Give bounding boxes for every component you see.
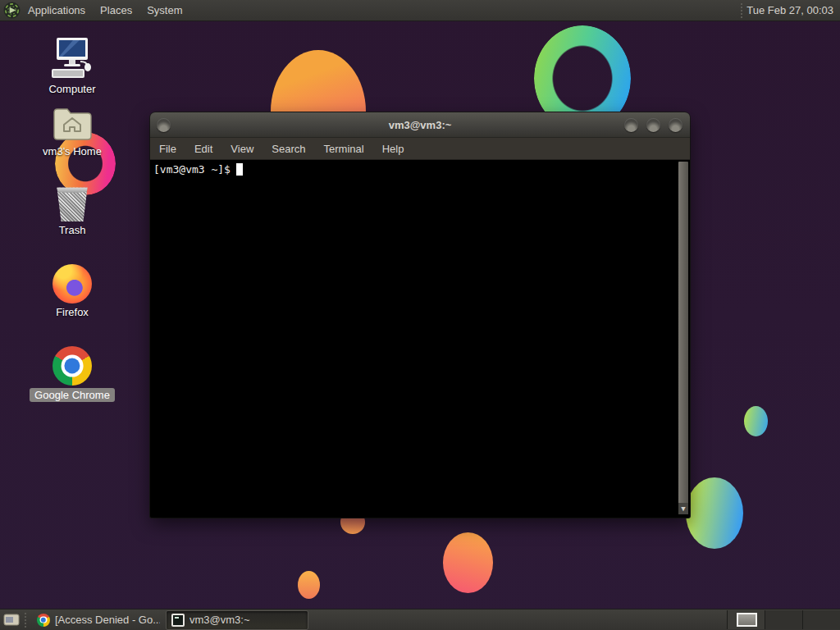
firefox-icon bbox=[52, 264, 92, 304]
window-title: vm3@vm3:~ bbox=[150, 119, 690, 131]
desktop-icon-trash[interactable]: Trash bbox=[27, 185, 117, 236]
desktop-icon-label: Computer bbox=[48, 83, 95, 95]
menu-view[interactable]: View bbox=[221, 138, 262, 159]
desktop-icon-label: Trash bbox=[59, 224, 86, 236]
applet-drag-handle[interactable] bbox=[739, 3, 744, 18]
prompt-line: [vm3@vm3 ~]$ bbox=[153, 163, 243, 176]
terminal-cursor bbox=[236, 163, 243, 176]
shell-prompt: [vm3@vm3 ~]$ bbox=[153, 163, 231, 176]
computer-icon bbox=[48, 36, 96, 80]
window-titlebar[interactable]: vm3@vm3:~ bbox=[150, 112, 690, 138]
bottom-panel: [Access Denied - Go... vm3@vm3:~ bbox=[0, 609, 840, 630]
wallpaper-blob-orange-pink bbox=[443, 532, 493, 593]
workspace-1[interactable] bbox=[727, 610, 765, 629]
wallpaper-blob-big-green-blue bbox=[686, 477, 743, 549]
terminal-icon bbox=[171, 614, 185, 627]
desktop-icon-label: vm3's Home bbox=[43, 145, 102, 158]
menu-search[interactable]: Search bbox=[262, 138, 314, 159]
desktop-icon-label: Firefox bbox=[56, 306, 89, 318]
taskbar-task-terminal[interactable]: vm3@vm3:~ bbox=[167, 611, 308, 629]
workspace-window-preview bbox=[737, 613, 757, 627]
workspace-3[interactable] bbox=[802, 610, 840, 629]
scrollbar[interactable]: ▼ bbox=[678, 162, 688, 514]
terminal-screen[interactable]: [vm3@vm3 ~]$ ▼ bbox=[150, 160, 690, 516]
desktop-icon-label-selected: Google Chrome bbox=[30, 388, 115, 402]
wallpaper-blob-small-green bbox=[744, 406, 768, 436]
taskbar-task-chrome[interactable]: [Access Denied - Go... bbox=[32, 611, 165, 629]
tasklist-drag-handle[interactable] bbox=[23, 613, 28, 628]
terminal-window: vm3@vm3:~ File Edit View Search Terminal… bbox=[150, 112, 690, 518]
top-panel: Applications Places System Tue Feb 27, 0… bbox=[0, 0, 840, 21]
desktop-icon-chrome[interactable]: Google Chrome bbox=[27, 346, 117, 402]
menu-system[interactable]: System bbox=[139, 0, 189, 21]
menu-file[interactable]: File bbox=[150, 138, 185, 159]
desktop-icon-firefox[interactable]: Firefox bbox=[27, 264, 117, 318]
desktop-icon-home[interactable]: vm3's Home bbox=[27, 106, 117, 158]
task-label: vm3@vm3:~ bbox=[189, 614, 250, 626]
chrome-icon bbox=[37, 614, 50, 627]
menu-help[interactable]: Help bbox=[373, 138, 413, 159]
wallpaper-blob-tiny-orange bbox=[298, 571, 320, 599]
menu-edit[interactable]: Edit bbox=[185, 138, 221, 159]
window-menu-button[interactable] bbox=[157, 118, 171, 132]
workspace-switcher bbox=[727, 610, 840, 629]
menu-applications[interactable]: Applications bbox=[21, 0, 93, 21]
task-label: [Access Denied - Go... bbox=[55, 614, 160, 626]
home-folder-icon bbox=[52, 106, 93, 143]
show-desktop-button[interactable] bbox=[2, 612, 21, 628]
close-button[interactable] bbox=[669, 118, 682, 132]
terminal-menubar: File Edit View Search Terminal Help bbox=[150, 138, 690, 160]
clock-applet[interactable]: Tue Feb 27, 00:03 bbox=[733, 3, 840, 18]
clock-text: Tue Feb 27, 00:03 bbox=[746, 4, 833, 16]
trash-icon bbox=[55, 185, 89, 221]
show-desktop-icon bbox=[3, 614, 20, 627]
scroll-down-arrow-icon[interactable]: ▼ bbox=[678, 503, 688, 514]
workspace-2[interactable] bbox=[765, 610, 802, 629]
distro-logo-icon[interactable] bbox=[3, 2, 21, 19]
minimize-button[interactable] bbox=[624, 118, 638, 132]
desktop-icon-computer[interactable]: Computer bbox=[27, 36, 117, 95]
maximize-button[interactable] bbox=[646, 118, 660, 132]
menu-places[interactable]: Places bbox=[93, 0, 139, 21]
chrome-icon bbox=[52, 346, 92, 386]
menu-terminal[interactable]: Terminal bbox=[315, 138, 373, 159]
